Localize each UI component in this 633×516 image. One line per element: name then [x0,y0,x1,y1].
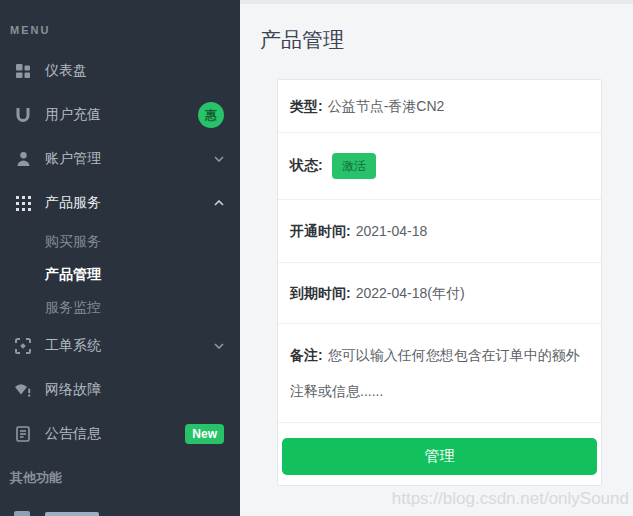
sidebar-item-label: 公告信息 [45,425,101,443]
top-edge-strip [240,0,633,4]
main-content: 产品管理 类型:公益节点-香港CN2 状态:激活 开通时间:2021-04-18… [240,0,633,516]
announcement-icon [14,425,32,443]
row-expire-date: 到期时间:2022-04-18(年付) [278,262,601,323]
remark-label: 备注: [290,347,323,363]
open-date-label: 开通时间: [290,223,351,239]
open-date-value: 2021-04-18 [356,223,428,239]
row-status: 状态:激活 [278,132,601,199]
watermark-text: https://blog.csdn.net/onlySound [392,489,629,509]
sidebar-nav: 仪表盘 用户充值 惠 账户管理 [0,49,240,456]
network-fault-icon [14,381,32,399]
type-value: 公益节点-香港CN2 [328,98,445,114]
sidebar-item-label: 仪表盘 [45,62,87,80]
sidebar-item-recharge[interactable]: 用户充值 惠 [0,93,240,137]
ticket-icon [14,337,32,355]
sidebar-item-label: 用户充值 [45,106,101,124]
expire-date-label: 到期时间: [290,285,351,301]
chevron-up-icon [214,200,224,206]
sidebar-item-tickets[interactable]: 工单系统 [0,324,240,368]
page-title: 产品管理 [260,26,633,54]
expire-date-value: 2022-04-18(年付) [356,285,465,301]
sidebar: MENU 仪表盘 用 [0,0,240,516]
products-icon [14,194,32,212]
dashboard-icon [14,62,32,80]
row-open-date: 开通时间:2021-04-18 [278,199,601,262]
sidebar-item-account[interactable]: 账户管理 [0,137,240,181]
manage-button[interactable]: 管理 [282,438,597,475]
row-remark: 备注:您可以输入任何您想包含在订单中的额外注释或信息...... [278,323,601,422]
sidebar-item-cutoff[interactable] [0,511,240,516]
status-badge: 激活 [332,153,376,179]
products-submenu: 购买服务 产品管理 服务监控 [0,225,240,324]
chevron-down-icon [214,343,224,349]
sidebar-item-network[interactable]: 网络故障 [0,368,240,412]
other-section-header: 其他功能 [0,469,240,487]
sidebar-subitem-service-monitor[interactable]: 服务监控 [0,291,240,324]
sidebar-item-dashboard[interactable]: 仪表盘 [0,49,240,93]
app-window: MENU 仪表盘 用 [0,0,633,516]
remark-value: 您可以输入任何您想包含在订单中的额外注释或信息...... [290,347,580,399]
sidebar-item-label: 账户管理 [45,150,101,168]
status-label: 状态: [290,157,323,173]
recharge-icon [14,106,32,124]
menu-section-header: MENU [0,0,240,36]
sidebar-item-label: 产品服务 [45,194,101,212]
sidebar-subitem-product-manage[interactable]: 产品管理 [0,258,240,291]
new-badge: New [185,424,224,444]
sidebar-item-announcements[interactable]: 公告信息 New [0,412,240,456]
promo-badge: 惠 [198,102,224,128]
sidebar-subitem-buy-service[interactable]: 购买服务 [0,225,240,258]
product-card: 类型:公益节点-香港CN2 状态:激活 开通时间:2021-04-18 到期时间… [277,79,602,486]
sidebar-item-products[interactable]: 产品服务 [0,181,240,225]
button-area: 管理 [278,422,601,485]
cutoff-item-icon [14,511,30,516]
account-icon [14,150,32,168]
row-type: 类型:公益节点-香港CN2 [278,80,601,132]
sidebar-item-label: 工单系统 [45,337,101,355]
type-label: 类型: [290,98,323,114]
chevron-down-icon [214,156,224,162]
cutoff-item-label [45,512,99,516]
sidebar-item-label: 网络故障 [45,381,101,399]
